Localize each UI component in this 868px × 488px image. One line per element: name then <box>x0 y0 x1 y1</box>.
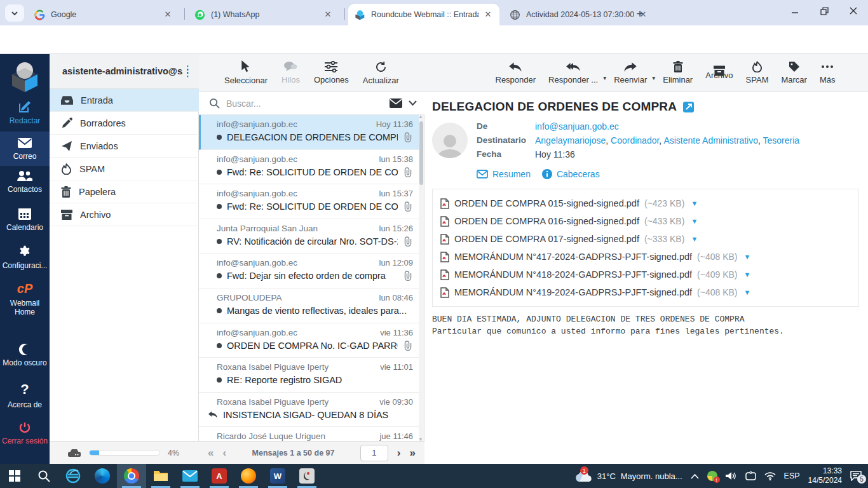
sidebar-item-webmail-home[interactable]: cP Webmail Home <box>0 281 50 316</box>
folder-inbox[interactable]: Entrada <box>50 89 199 112</box>
sidebar-item-calendar[interactable]: Calendario <box>0 207 50 232</box>
attachment-item[interactable]: ORDEN DE COMPRA 016-signed-signed.pdf (~… <box>440 212 851 230</box>
sidebar-item-contacts[interactable]: Contactos <box>0 170 50 194</box>
antivirus-tray-icon[interactable]: ! <box>707 471 717 481</box>
reply-all-button[interactable]: Responder ... <box>548 62 598 85</box>
tab-close-icon[interactable]: ✕ <box>323 10 333 20</box>
new-tab-button[interactable]: + <box>632 6 648 22</box>
summary-link[interactable]: Resumen <box>477 169 531 179</box>
list-item[interactable]: Ricardo José Luque Uriguenjue 11:46 <box>199 427 419 441</box>
next-page-button[interactable]: › <box>397 447 401 459</box>
sidebar-item-about[interactable]: ? Acerca de <box>0 381 50 409</box>
scroll-up-icon[interactable]: ▲ <box>418 114 423 119</box>
attachment-item[interactable]: MEMORÁNDUM N°418-2024-GADPRSJ-PJFT-signe… <box>440 266 851 283</box>
taskbar-mail-button[interactable] <box>175 464 205 488</box>
page-number-input[interactable]: 1 <box>360 445 388 461</box>
recipient-link[interactable]: Tesoreria <box>763 135 800 146</box>
forward-button[interactable]: Reenviar <box>614 62 647 85</box>
attachment-menu-caret-icon[interactable]: ▼ <box>691 217 698 225</box>
attachment-item[interactable]: ORDEN DE COMPRA 017-signed-signed.pdf (~… <box>440 230 851 248</box>
attachment-menu-caret-icon[interactable]: ▼ <box>743 288 750 296</box>
attachment-menu-caret-icon[interactable]: ▼ <box>691 235 698 243</box>
headers-link[interactable]: Cabeceras <box>542 169 600 179</box>
tab-search-button[interactable] <box>5 4 24 22</box>
list-item[interactable]: info@sanjuan.gob.ecHoy 11:36 DELEGACION … <box>199 115 419 150</box>
list-item[interactable]: info@sanjuan.gob.eclun 15:38 Fwd: Re: SO… <box>199 150 419 185</box>
folder-sent[interactable]: Enviados <box>50 135 199 158</box>
taskbar-app-button[interactable] <box>292 464 322 488</box>
refresh-button[interactable]: Actualizar <box>363 61 399 85</box>
account-menu-button[interactable]: ⋮⋮ <box>183 67 193 75</box>
folder-trash[interactable]: Papelera <box>50 180 199 203</box>
options-button[interactable]: Opciones <box>314 61 349 85</box>
taskbar-ie-button[interactable] <box>58 464 88 488</box>
folder-spam[interactable]: SPAM <box>50 158 199 180</box>
wifi-icon[interactable] <box>764 472 776 480</box>
list-item[interactable]: info@sanjuan.gob.eclun 12:09 Fwd: Dejar … <box>199 254 419 288</box>
folder-drafts[interactable]: Borradores <box>50 112 199 135</box>
attachment-item[interactable]: ORDEN DE COMPRA 015-signed-signed.pdf (~… <box>440 194 851 212</box>
tab-close-icon[interactable]: ✕ <box>483 10 493 20</box>
delete-button[interactable]: Eliminar <box>663 61 693 85</box>
taskbar-edge-button[interactable] <box>88 464 117 488</box>
search-options-chevron-icon[interactable] <box>409 100 417 106</box>
list-item[interactable]: info@sanjuan.gob.ecvie 11:36 ORDEN DE CO… <box>199 323 419 358</box>
sidebar-item-logout[interactable]: Cerrar sesión <box>0 421 50 445</box>
list-item[interactable]: GRUPOLUDEPAlun 08:46 Mangas de viento re… <box>199 288 419 323</box>
tab-close-icon[interactable]: ✕ <box>163 10 173 20</box>
sidebar-item-dark-mode[interactable]: Modo oscuro <box>0 343 50 367</box>
list-scrollbar-thumb[interactable] <box>419 121 423 185</box>
list-item[interactable]: Roxana Isabel Piguave Ipertyvie 11:01 RE… <box>199 358 419 393</box>
open-in-new-window-icon[interactable] <box>683 102 694 112</box>
volume-icon[interactable] <box>726 471 737 480</box>
taskbar-firefox-button[interactable] <box>234 464 263 488</box>
tab-roundcube-active[interactable]: Roundcube Webmail :: Entrada ✕ <box>348 4 499 25</box>
reply-all-menu-caret-icon[interactable]: ▾ <box>603 74 606 81</box>
first-page-button[interactable]: « <box>208 447 214 459</box>
recipient-link[interactable]: Asistente Administrativo <box>663 135 763 146</box>
start-button[interactable] <box>0 464 29 488</box>
attachment-menu-caret-icon[interactable]: ▼ <box>691 200 698 207</box>
tab-google[interactable]: Google ✕ <box>28 4 179 25</box>
list-item[interactable]: Roxana Isabel Piguave Ipertyvie 09:30 IN… <box>199 393 419 428</box>
forward-menu-caret-icon[interactable]: ▾ <box>652 74 655 81</box>
sidebar-item-mail[interactable]: Correo <box>0 132 50 166</box>
tray-chevron-up-icon[interactable] <box>691 473 699 479</box>
search-input[interactable] <box>226 98 383 109</box>
search-scope-mail-icon[interactable] <box>390 98 402 108</box>
taskbar-chrome-button[interactable] <box>117 464 146 488</box>
taskbar-acrobat-button[interactable]: A <box>205 464 234 488</box>
from-address-link[interactable]: info@sanjuan.gob.ec <box>535 121 619 132</box>
archive-button[interactable]: Archivo <box>705 65 733 80</box>
window-close-button[interactable] <box>839 0 868 22</box>
reply-button[interactable]: Responder <box>496 62 536 85</box>
list-scrollbar[interactable]: ▲ ▼ <box>419 115 424 441</box>
prev-page-button[interactable]: ‹ <box>222 447 226 459</box>
attachment-menu-caret-icon[interactable]: ▼ <box>743 253 750 261</box>
attachment-item[interactable]: MEMORÁNDUM N°417-2024-GADPRSJ-PJFT-signe… <box>440 248 851 266</box>
sidebar-item-settings[interactable]: Configuraci... <box>0 245 50 270</box>
taskbar-explorer-button[interactable] <box>146 464 175 488</box>
taskbar-search-button[interactable] <box>29 464 58 488</box>
more-button[interactable]: Más <box>820 61 836 85</box>
attachment-menu-caret-icon[interactable]: ▼ <box>743 271 750 278</box>
list-item[interactable]: info@sanjuan.gob.eclun 15:37 Fwd: Re: SO… <box>199 184 419 219</box>
sidebar-item-compose[interactable]: Redactar <box>0 100 50 125</box>
taskbar-word-button[interactable]: W <box>263 464 292 488</box>
notification-center-button[interactable]: 5 <box>850 471 862 481</box>
keyboard-language[interactable]: ESP <box>784 471 800 480</box>
window-minimize-button[interactable] <box>780 0 810 22</box>
threads-button[interactable]: Hilos <box>281 61 300 85</box>
mark-button[interactable]: Marcar <box>781 61 806 85</box>
recipient-link[interactable]: Coordinador <box>611 135 663 146</box>
attachment-item[interactable]: MEMORÁNDUM N°419-2024-GADPRSJ-PJFT-signe… <box>440 283 851 301</box>
folder-archive[interactable]: Archivo <box>50 203 199 226</box>
taskbar-clock[interactable]: 13:33 14/5/2024 <box>808 466 842 485</box>
tab-whatsapp[interactable]: (1) WhatsApp ✕ <box>188 4 339 25</box>
recipient-link[interactable]: Angelaymariojose <box>535 135 611 146</box>
select-button[interactable]: Seleccionar <box>224 60 268 85</box>
teams-tray-icon[interactable] <box>745 471 756 480</box>
list-item[interactable]: Junta Parroquial San Juanlun 15:26 RV: N… <box>199 219 419 254</box>
weather-widget[interactable]: 1 31°C Mayorm. nubla... <box>574 470 682 482</box>
last-page-button[interactable]: » <box>410 447 416 459</box>
